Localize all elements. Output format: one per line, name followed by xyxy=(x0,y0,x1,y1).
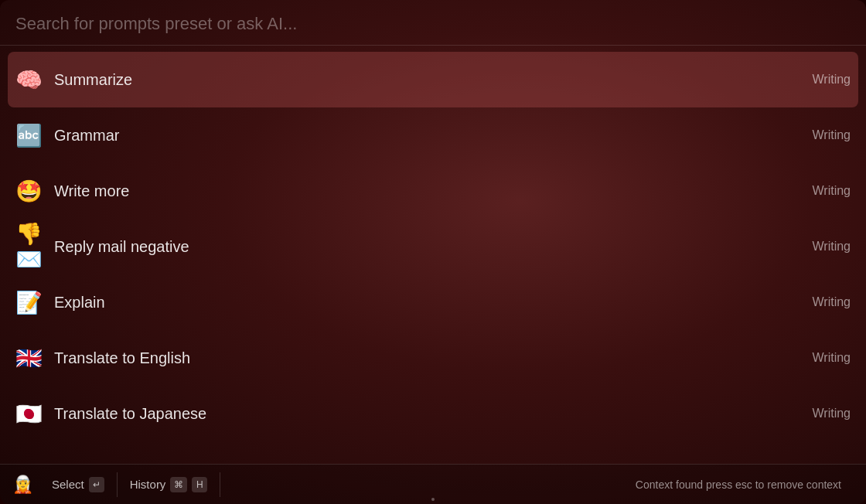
item-category-grammar: Writing xyxy=(813,128,851,142)
item-label-write-more: Write more xyxy=(54,182,813,200)
search-input[interactable] xyxy=(15,14,851,34)
item-label-explain: Explain xyxy=(54,294,813,312)
list-item-translate-english[interactable]: 🇬🇧Translate to EnglishWriting xyxy=(0,330,866,386)
item-icon-summarize: 🧠 xyxy=(15,67,49,93)
item-label-reply-mail-negative: Reply mail negative xyxy=(54,238,813,256)
item-category-translate-japanese: Writing xyxy=(813,407,851,421)
list-item-explain[interactable]: 📝ExplainWriting xyxy=(0,274,866,330)
history-key2: H xyxy=(192,477,207,492)
list-item-write-more[interactable]: 🤩Write moreWriting xyxy=(0,163,866,219)
item-label-translate-english: Translate to English xyxy=(54,349,813,367)
item-icon-write-more: 🤩 xyxy=(15,179,49,204)
item-category-summarize: Writing xyxy=(813,73,851,87)
item-icon-grammar: 🔤 xyxy=(15,123,49,148)
item-icon-translate-english: 🇬🇧 xyxy=(15,346,49,371)
item-category-reply-mail-negative: Writing xyxy=(813,240,851,254)
list-item-summarize[interactable]: 🧠SummarizeWriting xyxy=(8,52,858,107)
items-list: 🧠SummarizeWriting🔤GrammarWriting🤩Write m… xyxy=(0,46,866,464)
main-container: 🧠SummarizeWriting🔤GrammarWriting🤩Write m… xyxy=(0,0,866,504)
item-label-grammar: Grammar xyxy=(54,127,813,145)
history-button[interactable]: History ⌘ H xyxy=(118,472,221,497)
select-label: Select xyxy=(52,478,84,491)
list-item-translate-japanese[interactable]: 🇯🇵Translate to JapaneseWriting xyxy=(0,386,866,441)
item-category-write-more: Writing xyxy=(813,184,851,198)
select-key: ↵ xyxy=(89,477,104,492)
item-icon-explain: 📝 xyxy=(15,290,49,315)
list-item-reply-mail-negative[interactable]: 👎✉️Reply mail negativeWriting xyxy=(0,219,866,274)
item-icon-translate-japanese: 🇯🇵 xyxy=(15,401,49,427)
footer-left: 🧝 xyxy=(12,475,39,495)
history-key1: ⌘ xyxy=(170,477,187,492)
footer-actions: Select ↵ History ⌘ H Context found press… xyxy=(39,472,854,497)
history-label: History xyxy=(130,478,166,491)
item-label-summarize: Summarize xyxy=(54,71,813,89)
item-icon-reply-mail-negative: 👎✉️ xyxy=(15,221,49,272)
item-label-translate-japanese: Translate to Japanese xyxy=(54,405,813,423)
item-category-translate-english: Writing xyxy=(813,351,851,365)
context-text: Context found press esc to remove contex… xyxy=(623,474,854,495)
item-category-explain: Writing xyxy=(813,295,851,309)
search-area xyxy=(0,0,866,46)
footer-avatar: 🧝 xyxy=(12,475,33,495)
list-item-grammar[interactable]: 🔤GrammarWriting xyxy=(0,107,866,163)
select-button[interactable]: Select ↵ xyxy=(39,472,118,497)
